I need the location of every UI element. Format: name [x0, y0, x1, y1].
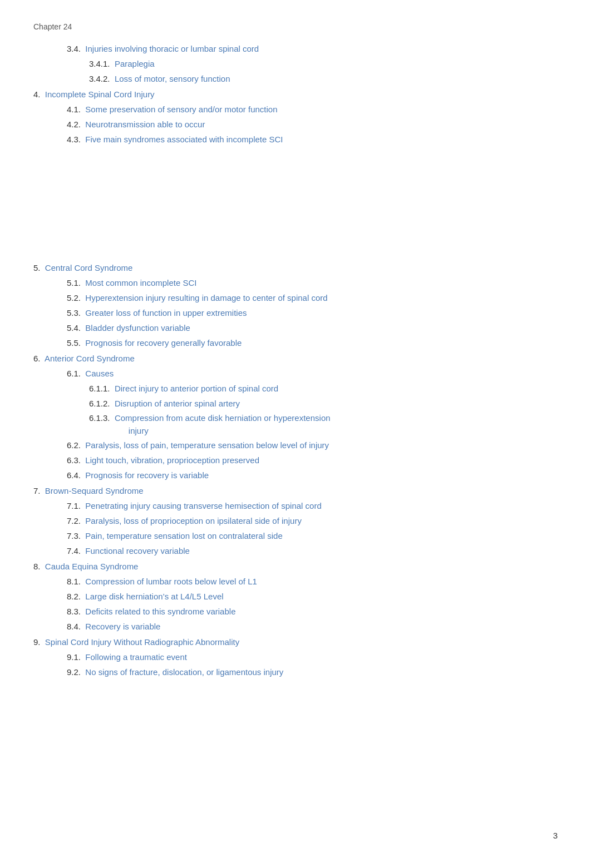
item-link[interactable]: Pain, temperature sensation lost on cont…: [85, 531, 282, 540]
item-link[interactable]: Following a traumatic event: [85, 652, 187, 662]
list-item: 8. Cauda Equina Syndrome: [33, 560, 558, 573]
item-number: 7.: [33, 486, 45, 495]
item-number: 4.3.: [67, 135, 85, 144]
item-link[interactable]: Compression from acute disk herniation o…: [89, 413, 331, 435]
item-number: 5.: [33, 263, 45, 272]
list-item: 7.3. Pain, temperature sensation lost on…: [67, 529, 558, 543]
item-number: 8.: [33, 562, 45, 571]
item-link[interactable]: Incomplete Spinal Cord Injury: [45, 90, 155, 99]
item-number: 8.4.: [67, 622, 85, 631]
item-link[interactable]: Spinal Cord Injury Without Radiographic …: [45, 637, 239, 647]
list-item: 5.5. Prognosis for recovery generally fa…: [67, 336, 558, 350]
list-item: 8.4. Recovery is variable: [67, 620, 558, 633]
item-link[interactable]: Compression of lumbar roots below level …: [85, 577, 257, 586]
list-item: 6.1.3. Compression from acute disk herni…: [89, 412, 558, 437]
item-link[interactable]: Five main syndromes associated with inco…: [85, 135, 283, 144]
list-item: 4.1. Some preservation of sensory and/or…: [67, 103, 558, 116]
item-number: 6.4.: [67, 470, 85, 480]
item-link[interactable]: Disruption of anterior spinal artery: [115, 399, 240, 408]
item-number: 8.3.: [67, 607, 85, 616]
list-item: 3.4. Injuries involving thoracic or lumb…: [67, 42, 558, 56]
item-number: 9.: [33, 637, 45, 647]
item-link[interactable]: Brown-Sequard Syndrome: [45, 486, 144, 495]
list-item: 6.1.1. Direct injury to anterior portion…: [89, 382, 558, 395]
item-number: 7.4.: [67, 546, 85, 555]
list-item: 6. Anterior Cord Syndrome: [33, 352, 558, 365]
item-number: 6.1.2.: [89, 399, 115, 408]
item-link[interactable]: Anterior Cord Syndrome: [45, 354, 135, 363]
item-link[interactable]: Paraplegia: [115, 59, 155, 68]
item-link[interactable]: Large disk herniation’s at L4/L5 Level: [85, 592, 223, 601]
item-number: 8.1.: [67, 577, 85, 586]
list-item: 9.2. No signs of fracture, dislocation, …: [67, 666, 558, 679]
item-link[interactable]: Some preservation of sensory and/or moto…: [85, 105, 277, 114]
list-item: 5.2. Hyperextension injury resulting in …: [67, 291, 558, 305]
list-item: 4. Incomplete Spinal Cord Injury: [33, 88, 558, 101]
item-number: 6.1.1.: [89, 384, 115, 393]
item-number: 5.2.: [67, 293, 85, 302]
list-item: 7.2. Paralysis, loss of proprioception o…: [67, 514, 558, 528]
item-number: 3.4.1.: [89, 59, 115, 68]
item-link[interactable]: Cauda Equina Syndrome: [45, 562, 139, 571]
item-number: 7.3.: [67, 531, 85, 540]
list-item: 7.4. Functional recovery variable: [67, 544, 558, 558]
item-number: 9.2.: [67, 667, 85, 677]
item-number: 5.4.: [67, 323, 85, 333]
item-number: 7.1.: [67, 501, 85, 510]
list-item: 3.4.2. Loss of motor, sensory function: [89, 72, 558, 86]
list-item: 6.4. Prognosis for recovery is variable: [67, 469, 558, 482]
item-link[interactable]: Causes: [85, 369, 114, 378]
item-link[interactable]: Recovery is variable: [85, 622, 160, 631]
list-item: 5.1. Most common incomplete SCI: [67, 276, 558, 290]
item-number: 8.2.: [67, 592, 85, 601]
list-item: 7. Brown-Sequard Syndrome: [33, 484, 558, 498]
item-number: 5.3.: [67, 308, 85, 318]
list-item: 5.4. Bladder dysfunction variable: [67, 321, 558, 335]
item-link[interactable]: Functional recovery variable: [85, 546, 190, 555]
item-number: 6.1.3.: [89, 413, 115, 423]
list-item: 6.2. Paralysis, loss of pain, temperatur…: [67, 439, 558, 452]
item-link[interactable]: Direct injury to anterior portion of spi…: [115, 384, 278, 393]
list-item: 4.3. Five main syndromes associated with…: [67, 133, 558, 146]
list-item: 3.4.1. Paraplegia: [89, 57, 558, 71]
item-number: 6.1.: [67, 369, 85, 378]
item-link[interactable]: Greater loss of function in upper extrem…: [85, 308, 247, 318]
list-item: 5. Central Cord Syndrome: [33, 261, 558, 275]
item-number: 3.4.: [67, 44, 85, 53]
item-number: 4.1.: [67, 105, 85, 114]
list-item: 8.2. Large disk herniation’s at L4/L5 Le…: [67, 590, 558, 603]
list-item: 6.1.2. Disruption of anterior spinal art…: [89, 397, 558, 410]
item-number: 9.1.: [67, 652, 85, 662]
item-number: 4.: [33, 90, 45, 99]
table-of-contents: 3.4. Injuries involving thoracic or lumb…: [33, 42, 558, 679]
item-number: 5.5.: [67, 338, 85, 348]
list-item: 8.1. Compression of lumbar roots below l…: [67, 575, 558, 588]
item-number: 3.4.2.: [89, 74, 115, 83]
item-number: 6.3.: [67, 455, 85, 465]
item-link[interactable]: Paralysis, loss of proprioception on ips…: [85, 516, 302, 525]
item-link[interactable]: Light touch, vibration, proprioception p…: [85, 455, 259, 465]
page-number: 3: [553, 831, 558, 840]
list-item: 5.3. Greater loss of function in upper e…: [67, 306, 558, 320]
item-link[interactable]: Central Cord Syndrome: [45, 263, 133, 272]
item-link[interactable]: Neurotransmission able to occur: [85, 120, 205, 129]
list-item: 6.1. Causes: [67, 367, 558, 380]
item-link[interactable]: Prognosis for recovery is variable: [85, 470, 209, 480]
item-link[interactable]: Loss of motor, sensory function: [115, 74, 230, 83]
list-item: 7.1. Penetrating injury causing transver…: [67, 499, 558, 513]
item-number: 5.1.: [67, 278, 85, 287]
item-number: 4.2.: [67, 120, 85, 129]
item-link[interactable]: Penetrating injury causing transverse he…: [85, 501, 321, 510]
item-link[interactable]: Bladder dysfunction variable: [85, 323, 190, 333]
item-link[interactable]: No signs of fracture, dislocation, or li…: [85, 667, 283, 677]
list-item: 8.3. Deficits related to this syndrome v…: [67, 605, 558, 618]
list-item: 6.3. Light touch, vibration, propriocept…: [67, 454, 558, 467]
item-link[interactable]: Most common incomplete SCI: [85, 278, 196, 287]
item-link[interactable]: Prognosis for recovery generally favorab…: [85, 338, 242, 348]
item-link[interactable]: Deficits related to this syndrome variab…: [85, 607, 235, 616]
item-link[interactable]: Hyperextension injury resulting in damag…: [85, 293, 327, 302]
list-item: 9. Spinal Cord Injury Without Radiograph…: [33, 636, 558, 649]
item-link[interactable]: Injuries involving thoracic or lumbar sp…: [85, 44, 259, 53]
chapter-label: Chapter 24: [33, 22, 558, 31]
item-link[interactable]: Paralysis, loss of pain, temperature sen…: [85, 440, 329, 450]
